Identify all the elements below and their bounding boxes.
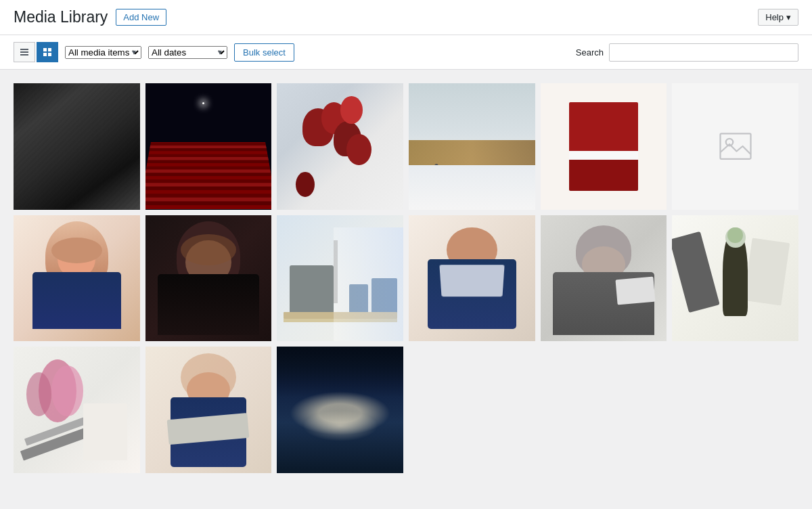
- media-item[interactable]: [409, 83, 535, 210]
- svg-rect-1: [20, 51, 28, 53]
- media-item[interactable]: [145, 215, 272, 342]
- svg-rect-6: [48, 53, 51, 56]
- title-area: Media Library Add New: [14, 8, 166, 26]
- media-filter-wrapper: All media items Images Audio Video Docum…: [65, 46, 141, 59]
- search-label: Search: [576, 47, 604, 58]
- grid-view-button[interactable]: [37, 42, 58, 62]
- toolbar: All media items Images Audio Video Docum…: [0, 35, 812, 70]
- media-item[interactable]: [409, 215, 535, 342]
- date-filter[interactable]: All dates January 2024 December 2023 Nov…: [148, 46, 227, 59]
- media-item[interactable]: [145, 83, 272, 210]
- content-area: [0, 70, 812, 487]
- image-placeholder-icon: [715, 126, 756, 167]
- help-label: Help: [765, 12, 784, 22]
- media-item[interactable]: [145, 347, 272, 473]
- media-item[interactable]: [277, 83, 403, 210]
- media-item[interactable]: [14, 215, 140, 342]
- media-item[interactable]: [541, 215, 667, 342]
- media-item[interactable]: [277, 347, 403, 473]
- help-button[interactable]: Help ▾: [758, 9, 798, 26]
- media-item[interactable]: [14, 347, 140, 473]
- search-area: Search: [576, 43, 798, 62]
- add-new-button[interactable]: Add New: [116, 9, 166, 26]
- page-title: Media Library: [14, 8, 108, 26]
- placeholder-icon: [672, 83, 798, 210]
- media-item[interactable]: [277, 215, 403, 342]
- media-item[interactable]: [672, 215, 798, 342]
- date-filter-wrapper: All dates January 2024 December 2023 Nov…: [148, 46, 227, 59]
- svg-rect-7: [720, 134, 750, 160]
- list-view-icon: [19, 47, 30, 58]
- media-item[interactable]: [672, 83, 798, 210]
- media-item[interactable]: [541, 83, 667, 210]
- top-bar: Media Library Add New Help ▾: [0, 0, 812, 35]
- svg-rect-3: [43, 48, 47, 51]
- view-toggle: [14, 42, 58, 62]
- grid-view-icon: [42, 47, 53, 58]
- media-grid: [14, 83, 798, 473]
- chevron-down-icon: ▾: [786, 12, 791, 22]
- bulk-select-button[interactable]: Bulk select: [234, 43, 294, 62]
- svg-rect-0: [20, 49, 28, 50]
- search-input[interactable]: [609, 43, 798, 62]
- page-wrapper: Media Library Add New Help ▾: [0, 0, 812, 509]
- svg-rect-2: [20, 54, 28, 56]
- list-view-button[interactable]: [14, 42, 35, 62]
- media-item[interactable]: [14, 83, 140, 210]
- media-type-filter[interactable]: All media items Images Audio Video Docum…: [65, 46, 141, 59]
- svg-rect-4: [48, 48, 51, 51]
- svg-rect-5: [43, 53, 47, 56]
